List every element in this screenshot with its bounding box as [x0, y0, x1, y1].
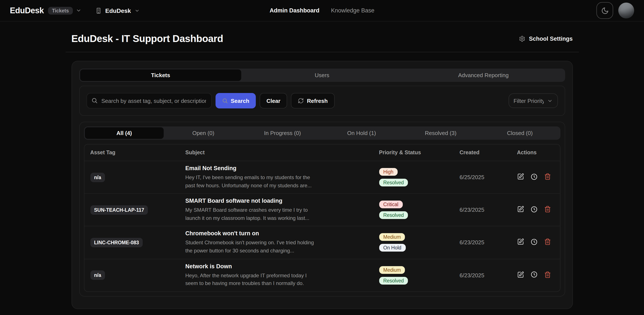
history-button[interactable] [530, 238, 538, 247]
edit-ticket-button[interactable] [517, 271, 524, 279]
edit-ticket-button[interactable] [517, 206, 524, 214]
created-date: 6/23/2025 [460, 207, 517, 213]
chevron-down-icon [134, 8, 140, 13]
building-icon [95, 7, 102, 14]
history-icon [530, 173, 538, 182]
status-tab-all-4[interactable]: All (4) [84, 127, 164, 139]
nav-link-knowledge-base[interactable]: Knowledge Base [331, 7, 374, 14]
priority-badge: Medium [379, 266, 405, 274]
gear-icon [519, 36, 526, 42]
asset-tag-cell: SUN-TEACH-LAP-117 [90, 205, 185, 215]
subject-cell: Network is Down Heyo, After the network … [185, 263, 379, 287]
column-header-subject: Subject [185, 150, 379, 156]
status-tab-resolved-3[interactable]: Resolved (3) [401, 127, 480, 139]
context-badge[interactable]: Tickets [48, 7, 73, 14]
tab-tickets[interactable]: Tickets [80, 70, 241, 81]
ticket-subject: Network is Down [185, 263, 379, 269]
history-button[interactable] [530, 206, 538, 214]
status-tab-open-0[interactable]: Open (0) [164, 127, 243, 139]
ticket-subject: Chromebook won't turn on [185, 230, 379, 237]
table-row: SUN-TEACH-LAP-117 SMART Board software n… [84, 193, 560, 226]
column-header-priority-status: Priority & Status [379, 150, 460, 156]
theme-toggle-button[interactable] [596, 2, 613, 19]
nav-right-group [596, 2, 634, 19]
history-icon [530, 238, 538, 247]
filter-priority-label: Filter Priority [514, 98, 544, 104]
header-divider [65, 52, 579, 52]
edit-ticket-button[interactable] [517, 238, 524, 247]
asset-tag-pill: SUN-TEACH-LAP-117 [90, 205, 148, 215]
tab-advanced-reporting[interactable]: Advanced Reporting [403, 70, 564, 81]
asset-tag-pill: n/a [90, 172, 105, 182]
history-button[interactable] [530, 173, 538, 182]
clear-button-label: Clear [266, 98, 280, 104]
priority-badge: Critical [379, 201, 402, 208]
delete-ticket-button[interactable] [544, 173, 551, 181]
column-header-asset-tag: Asset Tag [90, 150, 185, 156]
actions-cell [517, 173, 560, 182]
subject-cell: Email Not Sending Hey IT, I've been send… [185, 165, 379, 190]
nav-links: Admin Dashboard Knowledge Base [270, 7, 374, 14]
search-icon [222, 98, 228, 104]
delete-ticket-button[interactable] [544, 238, 551, 247]
tickets-section: All (4)Open (0)In Progress (0)On Hold (1… [79, 122, 565, 296]
created-date: 6/25/2025 [460, 174, 517, 180]
created-date: 6/23/2025 [460, 272, 517, 278]
nav-link-admin-dashboard[interactable]: Admin Dashboard [270, 7, 320, 14]
user-avatar[interactable] [618, 2, 634, 18]
refresh-button[interactable]: Refresh [291, 93, 335, 108]
column-header-actions: Actions [517, 150, 560, 156]
ticket-description: Heyo, After the network upgrade IT prefo… [185, 272, 316, 287]
app-root: EduDesk Tickets EduDesk Admin Dashboard … [0, 0, 644, 315]
brand-logo[interactable]: EduDesk [10, 6, 44, 15]
asset-tag-cell: n/a [90, 172, 185, 182]
history-button[interactable] [530, 271, 538, 280]
status-badge: Resolved [379, 179, 408, 186]
status-badge: Resolved [379, 277, 408, 284]
top-navbar: EduDesk Tickets EduDesk Admin Dashboard … [0, 0, 644, 22]
history-icon [530, 206, 538, 214]
priority-badge: Medium [379, 233, 405, 241]
trash-icon [544, 271, 551, 279]
org-switcher[interactable]: EduDesk [95, 7, 140, 14]
school-settings-button[interactable]: School Settings [519, 36, 573, 42]
refresh-button-label: Refresh [307, 98, 328, 104]
org-name: EduDesk [105, 7, 131, 14]
status-tab-closed-0[interactable]: Closed (0) [480, 127, 560, 139]
clear-button[interactable]: Clear [260, 93, 287, 108]
search-button[interactable]: Search [215, 93, 256, 108]
table-row: n/a Network is Down Heyo, After the netw… [84, 259, 560, 291]
status-tab-on-hold-1[interactable]: On Hold (1) [322, 127, 401, 139]
trash-icon [544, 173, 551, 181]
edit-ticket-button[interactable] [517, 173, 524, 181]
chevron-down-icon[interactable] [76, 8, 81, 13]
edit-icon [517, 173, 524, 181]
filter-priority-select[interactable]: Filter Priority [508, 94, 558, 108]
actions-cell [517, 206, 560, 214]
table-header-row: Asset Tag Subject Priority & Status Crea… [84, 144, 560, 161]
refresh-icon [298, 98, 304, 104]
search-input[interactable] [86, 93, 212, 108]
edit-icon [517, 271, 524, 279]
edit-icon [517, 238, 524, 247]
chevron-down-icon [547, 98, 552, 104]
tab-users[interactable]: Users [241, 70, 402, 81]
search-field-wrap [86, 93, 212, 108]
priority-status-cell: High Resolved [379, 168, 460, 186]
status-tab-in-progress-0[interactable]: In Progress (0) [243, 127, 322, 139]
subject-cell: Chromebook won't turn on Student Chromeb… [185, 230, 379, 255]
subject-cell: SMART Board software not loading My SMAR… [185, 198, 379, 222]
dashboard-card: TicketsUsersAdvanced Reporting Search Cl… [71, 61, 573, 309]
priority-status-cell: Medium Resolved [379, 266, 460, 284]
table-row: n/a Email Not Sending Hey IT, I've been … [84, 161, 560, 193]
delete-ticket-button[interactable] [544, 206, 551, 214]
priority-status-cell: Critical Resolved [379, 201, 460, 219]
search-controls: Search Clear Refresh [86, 93, 335, 108]
delete-ticket-button[interactable] [544, 271, 551, 279]
ticket-description: My SMART Board software crashes every ti… [185, 206, 316, 222]
priority-badge: High [379, 168, 398, 176]
status-tab-bar: All (4)Open (0)In Progress (0)On Hold (1… [84, 126, 560, 140]
page-title: EduDesk - IT Support Dashboard [71, 33, 223, 44]
moon-icon [601, 7, 609, 14]
trash-icon [544, 238, 551, 247]
